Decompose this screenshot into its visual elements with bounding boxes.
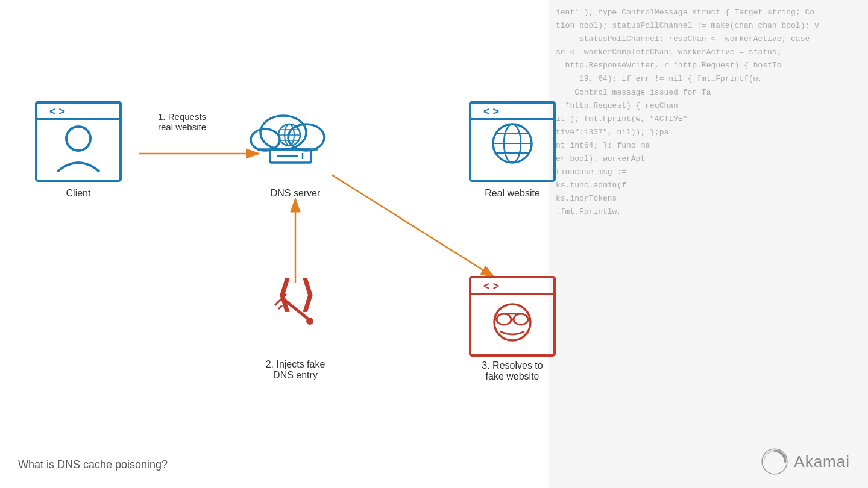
code-line: tion bool); statusPollChannel := make(ch… [556,19,861,33]
attacker-label: 2. Injects fake DNS entry [250,359,341,381]
code-line: tive":1337", nil)); };pa [556,126,861,139]
code-line: Control message issued for Ta [556,86,861,99]
dns-label: DNS server [253,188,338,199]
svg-text:< >: < > [483,280,499,292]
diagram-svg: < > < > ⟨ ⟩ < > [0,0,579,458]
svg-point-8 [66,127,90,151]
code-line: http.ResponseWriter, r *http.Request) { … [556,59,861,72]
code-line: it ); fmt.Fprint(w, "ACTIVE" [556,113,861,126]
code-line: ks.incrTokens [556,192,861,205]
bottom-title: What is DNS cache poisoning? [18,458,168,471]
code-line: ient' ); type ControlMessage struct { Ta… [556,6,861,19]
svg-point-39 [497,314,511,325]
svg-text:< >: < > [49,105,65,117]
code-line: *http.Request) { reqChan [556,99,861,113]
svg-point-45 [762,449,787,474]
client-label: Client [36,188,121,199]
code-line: .fmt.Fprintlw, [556,205,861,219]
code-line: statusPollChannel: respChan <- workerAct… [556,33,861,46]
code-background: ient' ); type ControlMessage struct { Ta… [549,0,868,488]
fake-website-label: 3. Resolves to fake website [470,360,555,382]
code-line: nt int64; }: func ma [556,139,861,152]
step1-label: 1. Requests real website [158,111,206,132]
code-line: tioncase msg := [556,166,861,179]
akamai-logo: Akamai [760,447,850,476]
code-line: se <- workerCompleteChan: workerActive =… [556,46,861,59]
svg-point-11 [251,129,280,151]
svg-text:< >: < > [483,105,499,117]
svg-point-32 [306,318,313,325]
real-website-label: Real website [470,188,555,199]
code-line: 19, 64); if err != nil { fmt.Fprintf(w, [556,72,861,86]
svg-point-40 [514,314,528,325]
code-line: ks.tunc.admin(f [556,179,861,192]
akamai-icon [760,447,789,476]
akamai-text: Akamai [794,452,850,471]
code-line: er bool): workerApt [556,152,861,166]
